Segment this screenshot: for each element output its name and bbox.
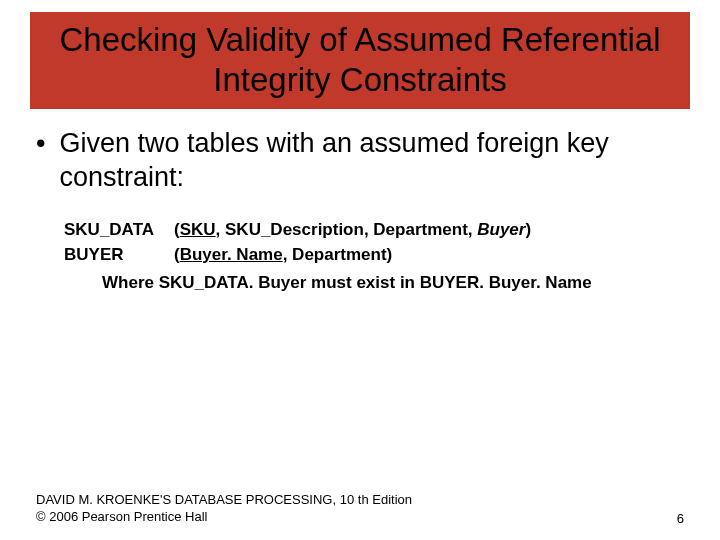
- pk-sku: SKU: [180, 220, 216, 239]
- columns-buyer: (Buyer. Name, Department): [174, 242, 392, 268]
- cols-rest: , Department): [283, 245, 393, 264]
- slide-title: Checking Validity of Assumed Referential…: [40, 20, 680, 99]
- schema-row-sku-data: SKU_DATA (SKU, SKU_Description, Departme…: [64, 217, 684, 243]
- table-name-buyer: BUYER: [64, 242, 174, 268]
- footer-line-2: © 2006 Pearson Prentice Hall: [36, 508, 412, 526]
- slide-footer: DAVID M. KROENKE'S DATABASE PROCESSING, …: [36, 491, 684, 526]
- slide-content: • Given two tables with an assumed forei…: [0, 109, 720, 295]
- fk-buyer: Buyer: [477, 220, 525, 239]
- slide-title-bar: Checking Validity of Assumed Referential…: [30, 12, 690, 109]
- pk-buyername: Buyer. Name: [180, 245, 283, 264]
- page-number: 6: [677, 511, 684, 526]
- schema-row-buyer: BUYER (Buyer. Name, Department): [64, 242, 684, 268]
- bullet-point: • Given two tables with an assumed forei…: [36, 127, 684, 195]
- bullet-text: Given two tables with an assumed foreign…: [59, 127, 684, 195]
- bullet-marker: •: [36, 127, 45, 161]
- table-name-sku-data: SKU_DATA: [64, 217, 174, 243]
- where-clause: Where SKU_DATA. Buyer must exist in BUYE…: [102, 270, 684, 296]
- footer-attribution: DAVID M. KROENKE'S DATABASE PROCESSING, …: [36, 491, 412, 526]
- columns-sku-data: (SKU, SKU_Description, Department, Buyer…: [174, 217, 531, 243]
- schema-block: SKU_DATA (SKU, SKU_Description, Departme…: [64, 217, 684, 296]
- cols-mid: , SKU_Description, Department,: [216, 220, 478, 239]
- paren-close: ): [525, 220, 531, 239]
- footer-line-1: DAVID M. KROENKE'S DATABASE PROCESSING, …: [36, 491, 412, 509]
